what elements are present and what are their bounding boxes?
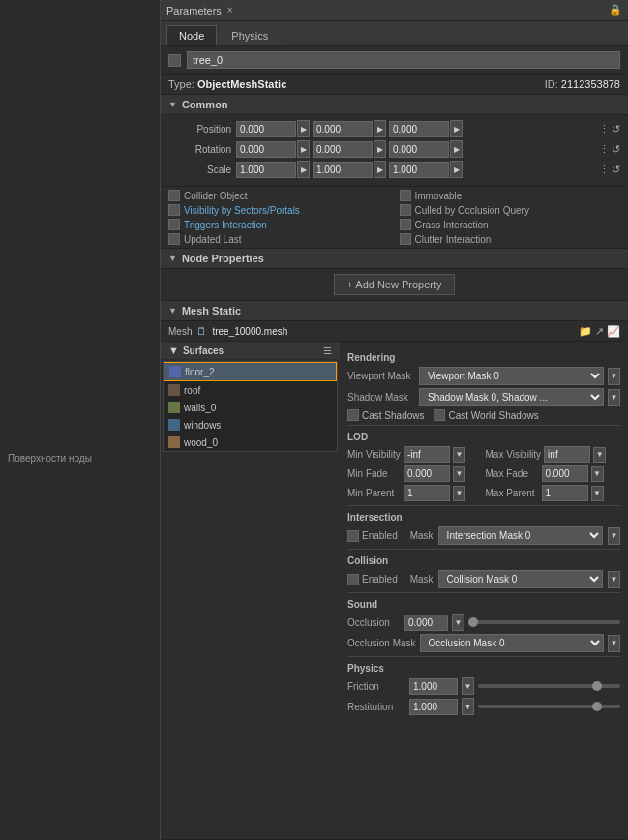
intersection-mask-select[interactable]: Intersection Mask 0 bbox=[438, 526, 603, 545]
mesh-folder-icon[interactable]: 📁 bbox=[579, 326, 592, 337]
intersection-mask-dropdown-btn[interactable]: ▼ bbox=[608, 527, 620, 545]
intersection-enabled-checkbox[interactable] bbox=[347, 530, 359, 542]
node-visible-checkbox[interactable] bbox=[168, 54, 181, 67]
position-y-input[interactable] bbox=[313, 121, 373, 137]
position-x-input[interactable] bbox=[236, 121, 296, 137]
min-fade-arrow[interactable]: ▼ bbox=[453, 466, 465, 482]
position-reset-icon[interactable]: ↺ bbox=[612, 124, 620, 135]
restitution-slider-track[interactable] bbox=[478, 705, 620, 708]
grass-interaction-checkbox[interactable] bbox=[400, 219, 411, 230]
position-z-arrow[interactable]: ▶ bbox=[450, 120, 463, 137]
scale-x-arrow[interactable]: ▶ bbox=[297, 161, 310, 178]
triggers-interaction-check[interactable]: Triggers Interaction bbox=[168, 219, 390, 230]
min-parent-arrow[interactable]: ▼ bbox=[453, 486, 465, 501]
scale-x-input[interactable] bbox=[236, 162, 296, 178]
max-parent-arrow[interactable]: ▼ bbox=[591, 486, 604, 501]
node-name-input[interactable] bbox=[187, 51, 620, 69]
max-fade-input[interactable] bbox=[542, 465, 588, 482]
max-visibility-input[interactable] bbox=[544, 446, 590, 463]
mesh-link-icon[interactable]: ↗ bbox=[595, 326, 604, 337]
cast-world-shadows-check[interactable]: Cast World Shadows bbox=[434, 409, 538, 421]
max-visibility-arrow[interactable]: ▼ bbox=[593, 447, 606, 463]
max-parent-input[interactable] bbox=[542, 485, 588, 501]
visibility-portals-check[interactable]: Visibility by Sectors/Portals bbox=[168, 204, 390, 216]
occlusion-input[interactable] bbox=[404, 615, 448, 631]
occlusion-mask-select[interactable]: Occlusion Mask 0 bbox=[420, 634, 604, 652]
rotation-x-arrow[interactable]: ▶ bbox=[297, 140, 310, 158]
common-section-header[interactable]: ▼ Common bbox=[161, 95, 628, 115]
surface-item-floor2[interactable]: floor_2 bbox=[164, 362, 337, 381]
collision-mask-select[interactable]: Collision Mask 0 bbox=[438, 570, 603, 588]
cast-world-shadows-checkbox[interactable] bbox=[434, 409, 445, 421]
clutter-interaction-check[interactable]: Clutter Interaction bbox=[400, 233, 621, 245]
rotation-z-input[interactable] bbox=[389, 141, 449, 158]
friction-slider-track[interactable] bbox=[478, 684, 620, 688]
immovable-check[interactable]: Immovable bbox=[400, 190, 621, 201]
position-x-arrow[interactable]: ▶ bbox=[297, 120, 310, 137]
tab-physics[interactable]: Physics bbox=[219, 25, 281, 45]
max-fade-arrow[interactable]: ▼ bbox=[591, 466, 604, 482]
updated-last-check[interactable]: Updated Last bbox=[168, 233, 390, 245]
surface-item-windows[interactable]: windows bbox=[164, 416, 337, 434]
cast-shadows-check[interactable]: Cast Shadows bbox=[347, 409, 424, 421]
viewport-mask-dropdown-btn[interactable]: ▼ bbox=[608, 368, 620, 385]
friction-slider-thumb[interactable] bbox=[592, 681, 602, 691]
shadow-mask-dropdown-btn[interactable]: ▼ bbox=[608, 389, 620, 406]
close-icon[interactable]: × bbox=[227, 5, 233, 15]
rotation-reset-icon[interactable]: ↺ bbox=[612, 144, 620, 155]
position-y-arrow[interactable]: ▶ bbox=[374, 120, 386, 137]
rotation-x-input[interactable] bbox=[236, 141, 296, 158]
viewport-mask-select[interactable]: Viewport Mask 0 bbox=[419, 367, 604, 385]
occlusion-mask-dropdown-btn[interactable]: ▼ bbox=[608, 635, 620, 652]
friction-input[interactable] bbox=[409, 678, 458, 695]
collider-checkbox[interactable] bbox=[168, 190, 180, 201]
occlusion-arrow[interactable]: ▼ bbox=[452, 614, 464, 631]
clutter-interaction-checkbox[interactable] bbox=[400, 233, 411, 245]
visibility-portals-checkbox[interactable] bbox=[168, 204, 180, 216]
min-parent-input[interactable] bbox=[404, 485, 450, 501]
scale-z-input[interactable] bbox=[389, 162, 449, 178]
immovable-checkbox[interactable] bbox=[400, 190, 411, 201]
collision-mask-dropdown-btn[interactable]: ▼ bbox=[608, 571, 620, 588]
scale-reset-icon[interactable]: ↺ bbox=[612, 165, 620, 175]
collider-object-check[interactable]: Collider Object bbox=[168, 190, 390, 201]
min-fade-input[interactable] bbox=[404, 465, 450, 482]
collision-enabled-check[interactable]: Enabled bbox=[347, 574, 398, 585]
updated-last-checkbox[interactable] bbox=[168, 233, 180, 245]
surface-item-walls0[interactable]: walls_0 bbox=[164, 399, 337, 416]
tab-node[interactable]: Node bbox=[166, 25, 217, 45]
scale-z-arrow[interactable]: ▶ bbox=[450, 161, 463, 178]
grass-interaction-check[interactable]: Grass Interaction bbox=[400, 219, 621, 230]
occlusion-slider-track[interactable] bbox=[468, 620, 620, 624]
surfaces-header[interactable]: ▼ Surfaces ☰ bbox=[161, 342, 340, 359]
rotation-z-arrow[interactable]: ▶ bbox=[450, 140, 463, 158]
position-z-input[interactable] bbox=[389, 121, 449, 137]
culled-occlusion-check[interactable]: Culled by Occlusion Query bbox=[400, 204, 621, 216]
rotation-link-icon[interactable]: ⋮ bbox=[599, 144, 610, 155]
restitution-arrow[interactable]: ▼ bbox=[462, 698, 474, 715]
rotation-y-input[interactable] bbox=[313, 141, 373, 158]
restitution-slider-thumb[interactable] bbox=[592, 702, 602, 711]
surface-item-roof[interactable]: roof bbox=[164, 381, 337, 399]
restitution-input[interactable] bbox=[409, 699, 458, 715]
occlusion-slider-thumb[interactable] bbox=[468, 617, 478, 627]
surfaces-menu-icon[interactable]: ☰ bbox=[323, 345, 332, 356]
rotation-y-arrow[interactable]: ▶ bbox=[374, 140, 386, 158]
surface-item-wood0[interactable]: wood_0 bbox=[164, 434, 337, 451]
mesh-static-section-header[interactable]: ▼ Mesh Static bbox=[161, 301, 628, 321]
friction-arrow[interactable]: ▼ bbox=[462, 677, 474, 695]
intersection-enabled-check[interactable]: Enabled bbox=[347, 530, 398, 542]
collision-enabled-checkbox[interactable] bbox=[347, 574, 359, 585]
mesh-chart-icon[interactable]: 📈 bbox=[607, 326, 620, 337]
scale-y-arrow[interactable]: ▶ bbox=[374, 161, 386, 178]
cast-shadows-checkbox[interactable] bbox=[347, 409, 359, 421]
shadow-mask-select[interactable]: Shadow Mask 0, Shadow ... bbox=[419, 388, 604, 406]
min-visibility-input[interactable] bbox=[404, 446, 450, 463]
scale-y-input[interactable] bbox=[313, 162, 373, 178]
add-new-property-button[interactable]: + Add New Property bbox=[334, 274, 454, 295]
lock-icon[interactable]: 🔒 bbox=[609, 4, 622, 16]
triggers-interaction-checkbox[interactable] bbox=[168, 219, 180, 230]
scale-link-icon[interactable]: ⋮ bbox=[599, 165, 610, 175]
culled-occlusion-checkbox[interactable] bbox=[400, 204, 411, 216]
node-properties-section-header[interactable]: ▼ Node Properties bbox=[161, 249, 628, 269]
